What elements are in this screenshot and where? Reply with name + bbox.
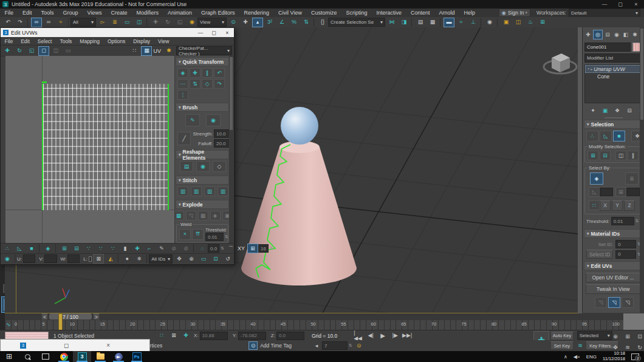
brush-falloff-curve-button[interactable]: ╱ (177, 132, 191, 145)
quick-transform-header[interactable]: ▾Quick Transform (176, 57, 229, 66)
make-unique-button[interactable]: ❖ (612, 106, 623, 115)
selection-filter-dropdown[interactable]: All▾ (70, 18, 96, 27)
menu-item[interactable]: Tools (36, 10, 58, 16)
uv-show-map-button[interactable]: ▦ (141, 46, 152, 56)
key-filter-pose-icon[interactable]: ≋ (575, 341, 586, 350)
stitch-header[interactable]: ▾Stitch (176, 176, 229, 185)
undo-button[interactable]: ↶ (2, 18, 13, 27)
spinner-snap-toggle[interactable]: ⇅ (301, 18, 312, 27)
go-to-end-button[interactable]: ▶▶| (402, 331, 413, 341)
cone-object[interactable] (241, 141, 357, 285)
menu-item[interactable]: Customize (306, 10, 341, 16)
uv-window-titlebar[interactable]: 3 Edit UVWs — ◻ × (1, 28, 234, 37)
rendered-frame-window-button[interactable]: ◫ (513, 18, 524, 27)
modifier-stack-unwrap-uvw[interactable]: ◔ ▸ Unwrap UVW (585, 65, 642, 73)
weld-custom-button[interactable]: × (179, 229, 191, 240)
stitch-source-button[interactable]: ▥ (204, 186, 215, 196)
menu-item[interactable]: Create (106, 10, 132, 16)
sign-in-button[interactable]: ◉ Sign In ▾ (499, 9, 530, 17)
planar-angle-toggle[interactable]: ◺ (589, 187, 600, 197)
qt-linear-align-button[interactable]: ∥ (202, 68, 213, 78)
uv-select-element-toggle[interactable]: ◈ (43, 244, 53, 253)
mirror-button[interactable]: ⋈ (386, 18, 397, 27)
reshape-flatten-button[interactable]: ◇ (213, 161, 226, 172)
uv-close-button[interactable]: × (221, 28, 234, 37)
sphere-object[interactable] (281, 107, 318, 145)
auto-key-button[interactable]: Auto Key (550, 332, 574, 340)
align-axis-icon[interactable]: ∷ (589, 200, 600, 210)
uv-falloff-curve-button[interactable]: ⌒ (225, 244, 236, 253)
strength-field[interactable]: 10.0 (214, 129, 230, 138)
tab-display[interactable]: ◧ (622, 30, 630, 39)
add-time-tag[interactable]: Add Time Tag (260, 343, 292, 349)
uv-zoom-button[interactable]: ⊕ (186, 254, 197, 264)
uv-filter-faces-button[interactable]: ◭ (105, 254, 116, 264)
weld-threshold-spinner[interactable]: ⇅ (225, 234, 228, 239)
menu-item[interactable]: Help (459, 10, 480, 16)
uv-move-button[interactable]: ✚ (2, 46, 13, 56)
taskbar-photoshop[interactable]: Ps (128, 351, 146, 362)
schematic-view-button[interactable]: ⊥ (468, 18, 479, 27)
modifier-list-dropdown[interactable]: Modifier List▾ (584, 53, 644, 63)
select-and-manipulate-button[interactable]: ✚ (240, 18, 251, 27)
taskbar-chrome[interactable] (55, 351, 73, 362)
play-button[interactable]: ▶ (377, 331, 388, 341)
menu-item[interactable]: Interactive (372, 10, 406, 16)
uv-texture-dropdown[interactable]: CheckerPat... Checker )▾ (176, 46, 232, 55)
reshape-relax-button[interactable]: ◉ (196, 161, 210, 172)
weld-threshold-field[interactable]: 0.01 (205, 233, 224, 241)
select-and-place-button[interactable]: ◉ (187, 18, 197, 27)
threshold-field[interactable]: 0.01 (611, 217, 634, 225)
explode-header[interactable]: ▾Explode (176, 200, 229, 209)
uv-panel-scrollbar-thumb[interactable] (230, 57, 233, 130)
key-step-toggle[interactable]: ◂ (311, 341, 322, 350)
explode-by-edge-button[interactable]: ◹ (186, 211, 196, 220)
select-by-name-button[interactable]: ≣ (109, 18, 120, 27)
next-frame-button[interactable]: |▶ (389, 331, 400, 341)
show-end-result-button[interactable]: ▣ (600, 106, 611, 115)
uv-freeform-mode-button[interactable]: ◻ (38, 46, 49, 56)
relax-brush-button[interactable]: ◉ (206, 114, 221, 126)
stitch-target-button[interactable]: ▥ (218, 186, 228, 196)
previous-frame-button[interactable]: ◀| (365, 331, 376, 341)
menu-item[interactable]: Views (83, 10, 106, 16)
angle-snap-toggle[interactable]: ∠ (276, 18, 287, 27)
workspace-dropdown[interactable]: Default▾ (569, 9, 640, 18)
menu-item[interactable]: Modifiers (132, 10, 163, 16)
uv-face-mode-button[interactable]: ■ (26, 244, 37, 253)
edit-uvs-rollout-header[interactable]: ▾Edit UVs (584, 261, 643, 270)
open-uv-editor-button[interactable]: Open UV Editor ... (586, 273, 640, 282)
frame-back-button[interactable]: < (41, 313, 48, 320)
uv-menu-item[interactable]: Options (103, 38, 129, 44)
absolute-mode-toggle[interactable]: ✚ (180, 331, 191, 341)
object-name-field[interactable]: Cone001 (584, 43, 631, 52)
menu-item[interactable]: Civil View (274, 10, 307, 16)
uv-edge-vertical-button[interactable]: ▮ (120, 244, 131, 253)
reshape-straighten-button[interactable]: ▤ (180, 161, 193, 172)
material-ids-rollout-header[interactable]: ▾Material IDs (584, 229, 643, 238)
uv-grow-selection-button[interactable]: ⊞ (59, 244, 70, 253)
vertex-mode-button[interactable]: ∴ (586, 131, 598, 142)
stitch-custom-button[interactable]: ▥ (177, 186, 188, 196)
w-field[interactable] (67, 254, 80, 263)
maximize-button[interactable]: ◻ (612, 0, 628, 9)
set-key-icon[interactable]: ⊝ (354, 341, 365, 350)
viewcube[interactable] (544, 53, 577, 73)
uv-minimize-button[interactable]: — (194, 28, 207, 37)
v-field[interactable] (44, 254, 57, 263)
z-coordinate-field[interactable]: 0.0 (276, 332, 304, 340)
zoom-tool-button[interactable]: ⊕ (610, 332, 621, 341)
uv-menu-item[interactable]: Mapping (76, 38, 104, 44)
uv-options-button[interactable]: ✱ (163, 46, 174, 56)
uv-transform-icon-2[interactable]: ◹ (608, 297, 620, 308)
qt-rotate-ccw-button[interactable]: ↶ (214, 68, 225, 78)
render-production-button[interactable]: ♨ (525, 18, 536, 27)
action-center-button[interactable]: 2 (631, 353, 639, 360)
uv-rotate-button[interactable]: ↻ (14, 46, 25, 56)
select-loop-button[interactable]: ∥ (628, 151, 639, 160)
explode-by-smoothing-button[interactable]: ◈ (210, 211, 221, 220)
uv-transform-icon-3[interactable]: ◹ (622, 297, 634, 308)
tab-hierarchy[interactable]: ⊟ (603, 30, 612, 39)
smoothing-group-toggle[interactable]: ⊞ (615, 187, 626, 197)
qt-align-horizontal-button[interactable]: ✚ (190, 68, 200, 78)
